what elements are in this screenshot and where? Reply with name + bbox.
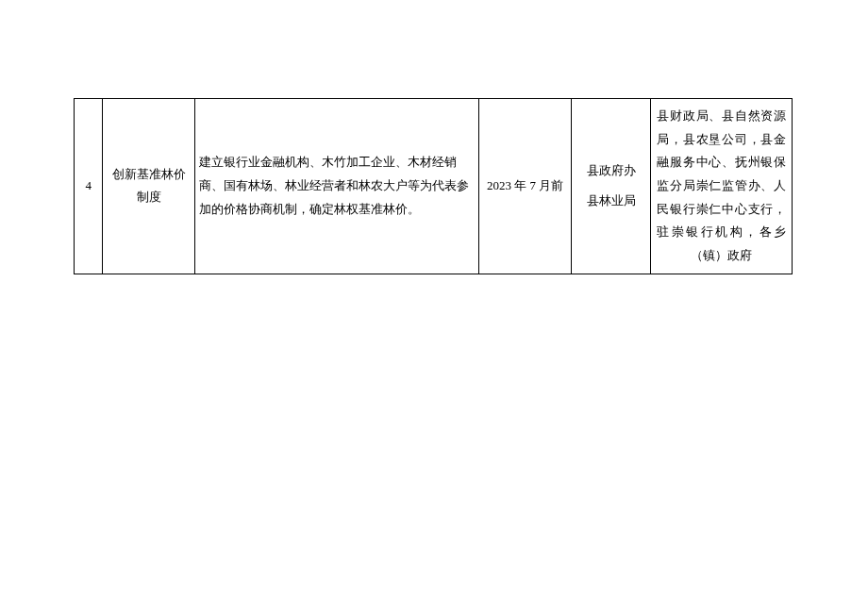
lead-department-line2: 县林业局	[587, 190, 636, 213]
document-table: 4 创新基准林价制度 建立银行业金融机构、木竹加工企业、木材经销商、国有林场、林…	[74, 98, 793, 274]
lead-department-line1: 县政府办	[587, 159, 636, 183]
cell-deadline: 2023 年 7 月前	[479, 99, 572, 274]
document-table-wrapper: 4 创新基准林价制度 建立银行业金融机构、木竹加工企业、木材经销商、国有林场、林…	[74, 98, 793, 274]
cell-item-title: 创新基准林价制度	[103, 99, 195, 274]
cell-item-description: 建立银行业金融机构、木竹加工企业、木材经销商、国有林场、林业经营者和林农大户等为…	[194, 99, 478, 274]
cell-cooperating-departments: 县财政局、县自然资源局，县农垦公司，县金融服务中心、抚州银保监分局崇仁监管办、人…	[651, 99, 793, 274]
cell-row-number: 4	[75, 99, 103, 274]
table-row: 4 创新基准林价制度 建立银行业金融机构、木竹加工企业、木材经销商、国有林场、林…	[75, 99, 793, 274]
cell-lead-department: 县政府办 县林业局	[571, 99, 651, 274]
